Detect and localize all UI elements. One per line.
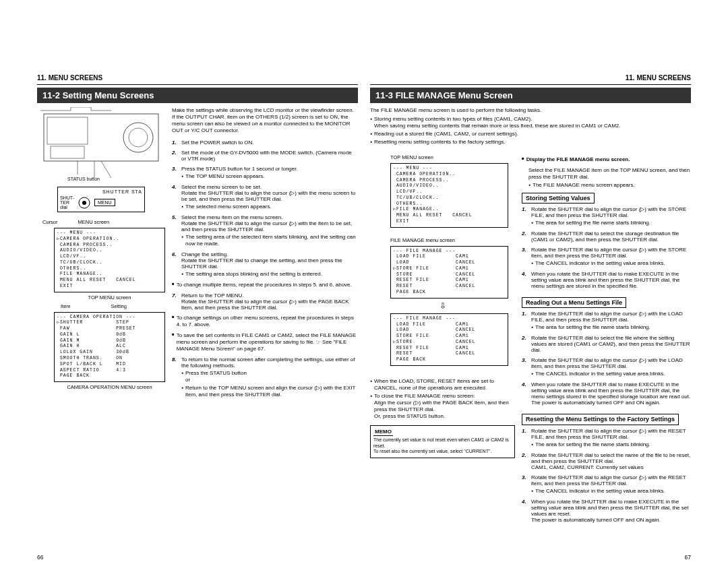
page-number: 67	[685, 554, 691, 561]
memo-body: The currently set value is not reset eve…	[373, 437, 512, 455]
caption-top-menu: TOP MENU screen	[390, 154, 515, 160]
svg-line-7	[101, 161, 111, 178]
file-manage-box-1: --- FILE MANAGE --- LOAD FILE CAM1 LOAD …	[390, 246, 508, 299]
svg-rect-1	[47, 117, 88, 144]
page-66: 11. MENU SCREENS 11-2 Setting Menu Scree…	[37, 74, 358, 549]
label-menu-screen: MENU screen	[78, 219, 110, 225]
top-menu-box-r: --- MENU --- CAMERA OPERATION.. CAMERA P…	[390, 163, 508, 228]
label-item: Item	[61, 303, 71, 309]
steps-list: 1.Set the POWER switch to ON. 2.Set the …	[172, 139, 358, 278]
section-header: 11. MENU SCREENS	[37, 74, 358, 85]
intro-text: Make the settings while observing the LC…	[172, 107, 358, 134]
label-menu: MENU	[94, 199, 115, 206]
intro-text: The FILE MANAGE menu screen is used to p…	[370, 107, 691, 114]
title-11-2: 11-2 Setting Menu Screens	[37, 88, 358, 103]
file-manage-box-2: --- FILE MANAGE --- LOAD FILE CAM1 LOAD …	[390, 313, 508, 366]
page-number: 66	[37, 554, 43, 561]
svg-point-9	[82, 201, 86, 205]
camera-illustration	[37, 107, 165, 185]
left-illustration-column: STATUS button SHUTTER STA SHUT- TER dial…	[37, 107, 165, 402]
label-cursor: Cursor	[42, 219, 58, 225]
subhead-storing: Storing Setting Values	[522, 193, 595, 204]
caption-file-manage: FILE MANAGE menu screen	[390, 237, 515, 243]
top-menu-box: --- MENU --- ▷CAMERA OPERATION.. CAMERA …	[54, 228, 165, 292]
label-shutter-dial: SHUT- TER dial	[60, 195, 74, 210]
title-11-3: 11-3 FILE MANAGE Menu Screen	[370, 88, 691, 103]
subhead-reading: Reading Out a Menu Settings File	[522, 297, 626, 308]
section-header: 11. MENU SCREENS	[370, 74, 691, 85]
dial-icon	[78, 197, 90, 209]
right-page-right-col: Display the FILE MANAGE menu screen. Sel…	[522, 152, 691, 527]
svg-rect-4	[51, 146, 84, 158]
caption-top-menu: TOP MENU screen	[54, 294, 165, 301]
subhead-reset: Resetting the Menu Settings to the Facto…	[522, 414, 679, 425]
left-page-text-column: Make the settings while observing the LC…	[172, 107, 358, 402]
svg-point-2	[123, 123, 153, 152]
svg-point-3	[129, 128, 148, 147]
label-shutter-sta: SHUTTER STA	[60, 189, 142, 194]
right-page-left-col: TOP MENU screen --- MENU --- CAMERA OPER…	[370, 152, 515, 527]
down-arrow-icon: ⇩	[370, 301, 515, 311]
page-67: 11. MENU SCREENS 11-3 FILE MANAGE Menu S…	[370, 74, 691, 549]
memo-title: MEMO	[373, 429, 393, 436]
svg-rect-0	[44, 114, 158, 161]
memo-box: MEMO The currently set value is not rese…	[370, 425, 515, 458]
camera-operation-menu-box: --- CAMERA OPERATION --- ▷SHUTTER STEP F…	[54, 312, 165, 382]
label-setting: Setting	[111, 303, 127, 309]
caption-cam-op: CAMERA OPERATION MENU screen	[54, 384, 165, 390]
